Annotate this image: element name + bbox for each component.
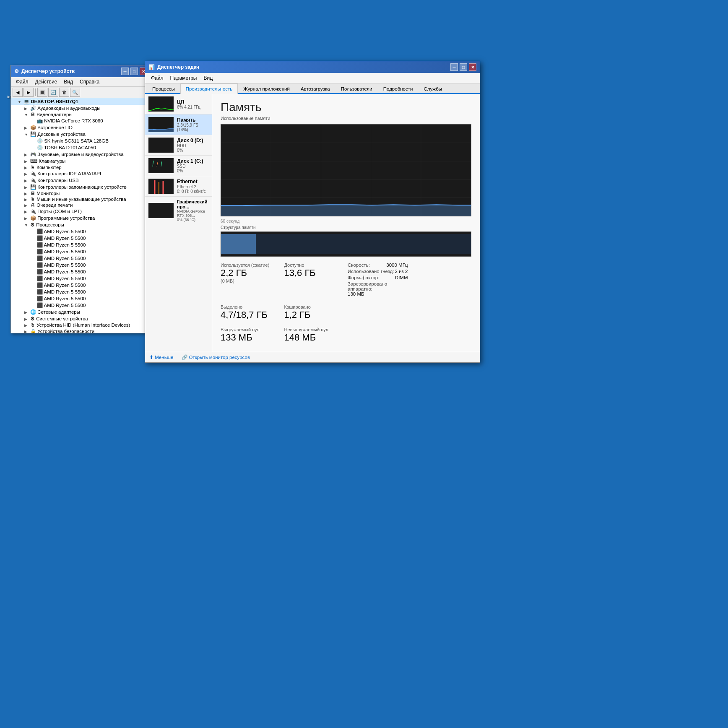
tree-item-software[interactable]: ▶📦 Программные устройства	[11, 215, 151, 221]
memory-graph	[221, 124, 471, 216]
device-manager-title: Диспетчер устройств	[21, 68, 75, 74]
nonpaged-pool-value: 148 МБ	[284, 332, 345, 343]
tree-item-video-adapters[interactable]: ▼🖥 Видеоадаптеры	[11, 112, 151, 117]
cpu-mini-graph	[148, 96, 174, 112]
tab-services[interactable]: Службы	[418, 83, 447, 94]
menu-file[interactable]: Файл	[13, 78, 32, 86]
tree-item-firmware[interactable]: ▶📦 Встроенное ПО	[11, 124, 151, 131]
tree-item-audio[interactable]: ▶🔊 Аудиовходы и аудиовыходы	[11, 105, 151, 112]
allocated-label: Выделено	[221, 304, 281, 309]
uninstall-button[interactable]: 🗑	[59, 88, 69, 97]
tree-item-security[interactable]: ▶🔒 Устройства безопасности	[11, 328, 151, 333]
tree-item-cpu0[interactable]: ⬛ AMD Ryzen 5 5500	[11, 228, 151, 235]
tree-item-toshiba[interactable]: 💿 TOSHIBA DT01ACA050	[11, 144, 151, 151]
menu-view[interactable]: Вид	[60, 78, 76, 86]
tree-item-cpu10[interactable]: ⬛ AMD Ryzen 5 5500	[11, 295, 151, 302]
tree-item-usb[interactable]: ▶🔌 Контроллеры USB	[11, 177, 151, 184]
ethernet-sublabel: Ethernet 20: 0 П: 0 кбит/с	[177, 185, 206, 194]
svg-marker-20	[221, 205, 471, 216]
properties-button[interactable]: 🔳	[37, 88, 47, 97]
sidebar-item-disk0[interactable]: Диск 0 (D:) HDD0%	[145, 135, 212, 156]
back-button[interactable]: ◀	[13, 88, 23, 97]
tm-main-content: Память Использование памяти	[212, 94, 480, 352]
reserved-value: 130 МБ	[348, 291, 408, 296]
slots-label: Использовано гнезд:	[348, 269, 394, 274]
tree-item-computer[interactable]: ▶🖱 Компьютер	[11, 164, 151, 170]
tree-item-cpu11[interactable]: ⬛ AMD Ryzen 5 5500	[11, 302, 151, 309]
maximize-button[interactable]: □	[130, 68, 138, 75]
tab-users[interactable]: Пользователи	[335, 83, 378, 94]
tree-item-ide[interactable]: ▶🔌 Контроллеры IDE ATA/ATAPI	[11, 170, 151, 177]
gpu-label: Графический про...	[177, 199, 208, 209]
cpu-label: ЦП	[177, 99, 200, 105]
tree-item-cpu2[interactable]: ⬛ AMD Ryzen 5 5500	[11, 242, 151, 248]
disk0-mini-graph	[148, 138, 174, 153]
disk1-mini-graph	[148, 158, 174, 173]
tree-item-cpu9[interactable]: ⬛ AMD Ryzen 5 5500	[11, 289, 151, 295]
tm-footer-monitor[interactable]: 🔗 Открыть монитор ресурсов	[182, 354, 250, 360]
task-manager-titlebar: 📊 Диспетчер задач ─ □ ✕	[145, 61, 480, 73]
sidebar-item-ethernet[interactable]: Ethernet Ethernet 20: 0 П: 0 кбит/с	[145, 176, 212, 197]
tab-app-history[interactable]: Журнал приложений	[238, 83, 295, 94]
tree-item-sound-game[interactable]: ▶🎮 Звуковые, игровые и видеоустройства	[11, 151, 151, 158]
tm-minimize-button[interactable]: ─	[450, 63, 458, 71]
tab-processes[interactable]: Процессы	[147, 83, 180, 94]
graph-time-label: 60 секунд	[221, 219, 471, 224]
tree-item-sk[interactable]: 💿 SK hynix SC311 SATA 128GB	[11, 138, 151, 144]
tm-maximize-button[interactable]: □	[460, 63, 467, 71]
minimize-button[interactable]: ─	[121, 68, 129, 75]
memory-mini-graph	[148, 117, 174, 132]
reserved-label: Зарезервировано аппаратно:	[348, 281, 408, 291]
tab-details[interactable]: Подробности	[378, 83, 419, 94]
tm-sidebar: ЦП 6% 4,21 ГГц Память 2,3/15,9 ГБ (14%)	[145, 94, 212, 352]
form-factor-value: DIMM	[395, 275, 408, 280]
tm-menu-file[interactable]: Файл	[148, 74, 167, 82]
memory-usage-label: Использование памяти	[221, 116, 471, 121]
tab-performance[interactable]: Производительность	[180, 83, 238, 94]
stat-available: Доступно 13,6 ГБ	[284, 263, 345, 298]
stat-right-1: Скорость: 3000 МГц Использовано гнезд: 2…	[348, 263, 408, 298]
menu-help[interactable]: Справка	[76, 78, 103, 86]
tree-item-print[interactable]: ▶🖨 Очереди печати	[11, 202, 151, 208]
stat-nonpaged-pool: Невыгружаемый пул 148 МБ	[284, 327, 345, 343]
tm-footer-less[interactable]: ⬆ Меньше	[149, 354, 173, 360]
sidebar-item-gpu[interactable]: Графический про... NVIDIA GeForce RTX 30…	[145, 197, 212, 224]
update-button[interactable]: 🔄	[48, 88, 58, 97]
sidebar-item-disk1[interactable]: Диск 1 (C:) SSD0%	[145, 156, 212, 176]
task-manager-title-icon: 📊	[148, 64, 155, 70]
tree-item-keyboards[interactable]: ▶⌨ Клавиатуры	[11, 158, 151, 164]
disk1-label: Диск 1 (C:)	[177, 158, 203, 164]
tree-item-mice[interactable]: ▶🖱 Мыши и иные указывающие устройства	[11, 196, 151, 202]
tree-item-network-adapters[interactable]: ▶🌐 Сетевые адаптеры	[11, 309, 151, 315]
tree-item-processors[interactable]: ▼⚙ Процессоры	[11, 221, 151, 228]
tree-item-ports[interactable]: ▶🔌 Порты (COM и LPT)	[11, 208, 151, 215]
tree-item-hid[interactable]: ▶🖱 Устройства HID (Human Interface Devic…	[11, 322, 151, 328]
tm-menu-params[interactable]: Параметры	[167, 74, 200, 82]
sidebar-item-cpu[interactable]: ЦП 6% 4,21 ГГц	[145, 94, 212, 114]
scan-button[interactable]: 🔍	[70, 88, 80, 97]
tree-item-monitors[interactable]: ▶🖥 Мониторы	[11, 190, 151, 196]
cpu-sublabel: 6% 4,21 ГГц	[177, 105, 200, 109]
tree-item-disks[interactable]: ▼💾 Дисковые устройства	[11, 131, 151, 138]
menu-action[interactable]: Действие	[32, 78, 61, 86]
tree-item-cpu7[interactable]: ⬛ AMD Ryzen 5 5500	[11, 275, 151, 282]
tree-item-cpu8[interactable]: ⬛ AMD Ryzen 5 5500	[11, 282, 151, 289]
stat-allocated: Выделено 4,7/18,7 ГБ	[221, 304, 281, 320]
tree-item-cpu4[interactable]: ⬛ AMD Ryzen 5 5500	[11, 255, 151, 262]
tm-close-button[interactable]: ✕	[469, 63, 476, 71]
tree-item-storage[interactable]: ▶💾 Контроллеры запоминающих устройств	[11, 184, 151, 190]
cached-value: 1,2 ГБ	[284, 309, 345, 320]
tree-item-nvidia[interactable]: 📺 NVIDIA GeForce RTX 3060	[11, 117, 151, 124]
tree-item-desktop[interactable]: ▼💻 DESKTOP-HSHD7Q1	[11, 98, 151, 105]
forward-button[interactable]: ▶	[23, 88, 34, 97]
tm-menu-view[interactable]: Вид	[200, 74, 216, 82]
task-manager-title: Диспетчер задач	[157, 64, 199, 70]
sidebar-item-memory[interactable]: Память 2,3/15,9 ГБ (14%)	[145, 114, 212, 135]
tree-item-system-devices[interactable]: ▶⚙ Системные устройства	[11, 315, 151, 322]
tree-item-cpu1[interactable]: ⬛ AMD Ryzen 5 5500	[11, 235, 151, 242]
tree-item-cpu6[interactable]: ⬛ AMD Ryzen 5 5500	[11, 268, 151, 275]
tree-item-cpu3[interactable]: ⬛ AMD Ryzen 5 5500	[11, 248, 151, 255]
stat-cached: Кэшировано 1,2 ГБ	[284, 304, 345, 320]
tab-startup[interactable]: Автозагрузка	[295, 83, 335, 94]
tree-item-cpu5[interactable]: ⬛ AMD Ryzen 5 5500	[11, 262, 151, 268]
